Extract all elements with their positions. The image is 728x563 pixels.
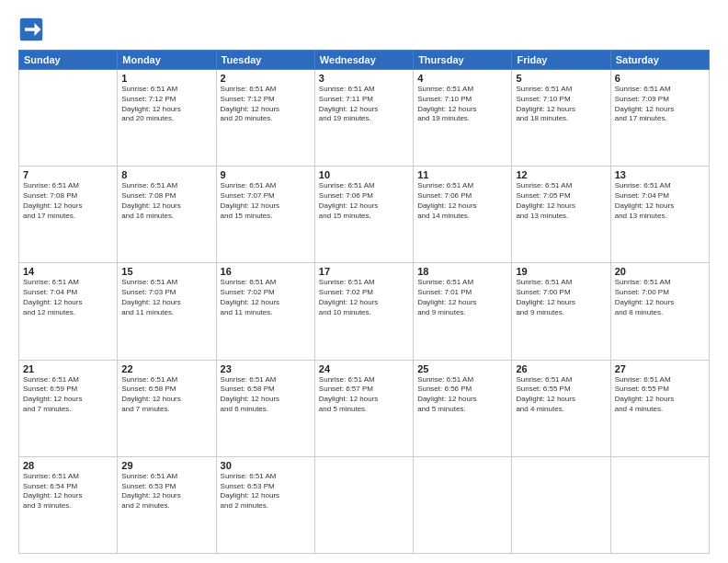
cell-details: Sunrise: 6:51 AM Sunset: 7:12 PM Dayligh… (121, 85, 211, 124)
cell-details: Sunrise: 6:51 AM Sunset: 7:00 PM Dayligh… (615, 278, 705, 317)
day-number: 13 (615, 169, 705, 180)
day-number: 14 (23, 266, 113, 277)
day-number: 25 (417, 363, 507, 374)
calendar-cell: 8Sunrise: 6:51 AM Sunset: 7:08 PM Daylig… (118, 167, 216, 263)
calendar-cell: 7Sunrise: 6:51 AM Sunset: 7:08 PM Daylig… (19, 167, 118, 263)
calendar-cell (414, 456, 512, 553)
day-number: 24 (319, 363, 409, 374)
week-row-3: 14Sunrise: 6:51 AM Sunset: 7:04 PM Dayli… (19, 263, 710, 360)
calendar-cell: 5Sunrise: 6:51 AM Sunset: 7:10 PM Daylig… (512, 70, 610, 167)
day-number: 8 (121, 169, 211, 180)
day-number: 7 (23, 169, 113, 180)
calendar-cell (314, 456, 413, 553)
weekday-header-friday: Friday (512, 51, 610, 70)
calendar-cell: 18Sunrise: 6:51 AM Sunset: 7:01 PM Dayli… (414, 263, 512, 360)
calendar-cell: 29Sunrise: 6:51 AM Sunset: 6:53 PM Dayli… (118, 456, 216, 553)
week-row-1: 1Sunrise: 6:51 AM Sunset: 7:12 PM Daylig… (19, 70, 710, 167)
cell-details: Sunrise: 6:51 AM Sunset: 7:03 PM Dayligh… (121, 278, 211, 317)
cell-details: Sunrise: 6:51 AM Sunset: 7:04 PM Dayligh… (615, 181, 705, 221)
cell-details: Sunrise: 6:51 AM Sunset: 7:02 PM Dayligh… (319, 278, 409, 317)
calendar-cell: 25Sunrise: 6:51 AM Sunset: 6:56 PM Dayli… (414, 360, 512, 456)
cell-details: Sunrise: 6:51 AM Sunset: 7:01 PM Dayligh… (417, 278, 507, 317)
calendar-cell: 30Sunrise: 6:51 AM Sunset: 6:53 PM Dayli… (216, 456, 314, 553)
day-number: 6 (615, 73, 705, 84)
calendar-cell: 17Sunrise: 6:51 AM Sunset: 7:02 PM Dayli… (314, 263, 413, 360)
calendar-cell: 28Sunrise: 6:51 AM Sunset: 6:54 PM Dayli… (19, 456, 118, 553)
logo-icon (18, 17, 44, 42)
day-number: 19 (516, 266, 606, 277)
week-row-5: 28Sunrise: 6:51 AM Sunset: 6:54 PM Dayli… (19, 456, 710, 553)
weekday-header-thursday: Thursday (414, 51, 512, 70)
calendar-cell: 22Sunrise: 6:51 AM Sunset: 6:58 PM Dayli… (118, 360, 216, 456)
calendar-cell: 26Sunrise: 6:51 AM Sunset: 6:55 PM Dayli… (512, 360, 610, 456)
cell-details: Sunrise: 6:51 AM Sunset: 7:04 PM Dayligh… (23, 278, 113, 317)
cell-details: Sunrise: 6:51 AM Sunset: 7:06 PM Dayligh… (319, 181, 409, 221)
cell-details: Sunrise: 6:51 AM Sunset: 7:05 PM Dayligh… (516, 181, 606, 221)
calendar-cell (610, 456, 709, 553)
cell-details: Sunrise: 6:51 AM Sunset: 6:55 PM Dayligh… (615, 375, 705, 415)
weekday-header-monday: Monday (118, 51, 216, 70)
calendar-cell: 20Sunrise: 6:51 AM Sunset: 7:00 PM Dayli… (610, 263, 709, 360)
cell-details: Sunrise: 6:51 AM Sunset: 6:57 PM Dayligh… (319, 375, 409, 415)
calendar-cell: 6Sunrise: 6:51 AM Sunset: 7:09 PM Daylig… (610, 70, 709, 167)
calendar-table: SundayMondayTuesdayWednesdayThursdayFrid… (18, 50, 710, 554)
day-number: 29 (121, 460, 211, 471)
cell-details: Sunrise: 6:51 AM Sunset: 6:59 PM Dayligh… (23, 375, 113, 415)
weekday-header-row: SundayMondayTuesdayWednesdayThursdayFrid… (19, 51, 710, 70)
weekday-header-wednesday: Wednesday (314, 51, 413, 70)
day-number: 15 (121, 266, 211, 277)
cell-details: Sunrise: 6:51 AM Sunset: 7:02 PM Dayligh… (221, 278, 311, 317)
cell-details: Sunrise: 6:51 AM Sunset: 7:00 PM Dayligh… (516, 278, 606, 317)
calendar-cell: 14Sunrise: 6:51 AM Sunset: 7:04 PM Dayli… (19, 263, 118, 360)
day-number: 4 (417, 73, 507, 84)
calendar-cell: 15Sunrise: 6:51 AM Sunset: 7:03 PM Dayli… (118, 263, 216, 360)
calendar-cell: 16Sunrise: 6:51 AM Sunset: 7:02 PM Dayli… (216, 263, 314, 360)
calendar-cell: 9Sunrise: 6:51 AM Sunset: 7:07 PM Daylig… (216, 167, 314, 263)
week-row-2: 7Sunrise: 6:51 AM Sunset: 7:08 PM Daylig… (19, 167, 710, 263)
day-number: 11 (417, 169, 507, 180)
cell-details: Sunrise: 6:51 AM Sunset: 7:06 PM Dayligh… (417, 181, 507, 221)
cell-details: Sunrise: 6:51 AM Sunset: 6:53 PM Dayligh… (121, 472, 211, 511)
day-number: 28 (23, 460, 113, 471)
day-number: 12 (516, 169, 606, 180)
calendar-cell: 1Sunrise: 6:51 AM Sunset: 7:12 PM Daylig… (118, 70, 216, 167)
cell-details: Sunrise: 6:51 AM Sunset: 6:58 PM Dayligh… (221, 375, 311, 415)
day-number: 2 (221, 73, 311, 84)
cell-details: Sunrise: 6:51 AM Sunset: 7:08 PM Dayligh… (23, 181, 113, 221)
day-number: 16 (221, 266, 311, 277)
cell-details: Sunrise: 6:51 AM Sunset: 7:10 PM Dayligh… (516, 85, 606, 124)
day-number: 10 (319, 169, 409, 180)
day-number: 26 (516, 363, 606, 374)
day-number: 27 (615, 363, 705, 374)
calendar-cell: 27Sunrise: 6:51 AM Sunset: 6:55 PM Dayli… (610, 360, 709, 456)
calendar-cell (19, 70, 118, 167)
weekday-header-tuesday: Tuesday (216, 51, 314, 70)
cell-details: Sunrise: 6:51 AM Sunset: 7:09 PM Dayligh… (615, 85, 705, 124)
cell-details: Sunrise: 6:51 AM Sunset: 6:55 PM Dayligh… (516, 375, 606, 415)
weekday-header-saturday: Saturday (610, 51, 709, 70)
logo (18, 17, 48, 42)
cell-details: Sunrise: 6:51 AM Sunset: 6:58 PM Dayligh… (121, 375, 211, 415)
calendar-cell: 21Sunrise: 6:51 AM Sunset: 6:59 PM Dayli… (19, 360, 118, 456)
day-number: 23 (221, 363, 311, 374)
cell-details: Sunrise: 6:51 AM Sunset: 6:53 PM Dayligh… (221, 472, 311, 511)
calendar-cell: 24Sunrise: 6:51 AM Sunset: 6:57 PM Dayli… (314, 360, 413, 456)
weekday-header-sunday: Sunday (19, 51, 118, 70)
calendar-cell: 12Sunrise: 6:51 AM Sunset: 7:05 PM Dayli… (512, 167, 610, 263)
calendar-cell: 3Sunrise: 6:51 AM Sunset: 7:11 PM Daylig… (314, 70, 413, 167)
day-number: 30 (221, 460, 311, 471)
day-number: 17 (319, 266, 409, 277)
calendar-cell: 13Sunrise: 6:51 AM Sunset: 7:04 PM Dayli… (610, 167, 709, 263)
day-number: 18 (417, 266, 507, 277)
week-row-4: 21Sunrise: 6:51 AM Sunset: 6:59 PM Dayli… (19, 360, 710, 456)
cell-details: Sunrise: 6:51 AM Sunset: 6:56 PM Dayligh… (417, 375, 507, 415)
calendar-cell: 4Sunrise: 6:51 AM Sunset: 7:10 PM Daylig… (414, 70, 512, 167)
cell-details: Sunrise: 6:51 AM Sunset: 6:54 PM Dayligh… (23, 472, 113, 511)
day-number: 20 (615, 266, 705, 277)
calendar-cell (512, 456, 610, 553)
cell-details: Sunrise: 6:51 AM Sunset: 7:11 PM Dayligh… (319, 85, 409, 124)
day-number: 5 (516, 73, 606, 84)
day-number: 3 (319, 73, 409, 84)
header (18, 17, 710, 42)
page: SundayMondayTuesdayWednesdayThursdayFrid… (0, 0, 728, 563)
